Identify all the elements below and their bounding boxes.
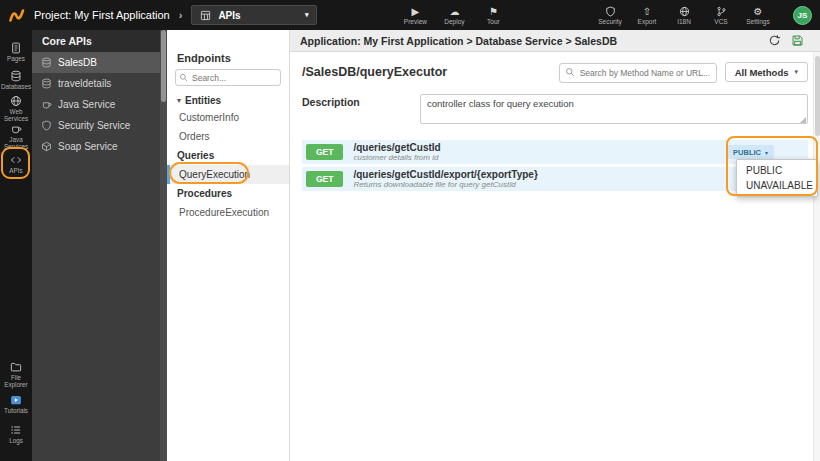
- page-title: /SalesDB/queryExecutor: [302, 65, 447, 79]
- entities-section-header[interactable]: ▾ Entities: [167, 92, 289, 108]
- play-icon: ▶: [412, 6, 420, 17]
- endpoint-item-customerinfo[interactable]: CustomerInfo: [167, 108, 289, 127]
- breadcrumb-bar: Application: My First Application > Data…: [290, 30, 820, 52]
- module-selector-label: APIs: [218, 10, 240, 21]
- tour-button[interactable]: ⚑ Tour: [481, 6, 505, 25]
- caret-down-icon: ▾: [305, 11, 309, 19]
- method-badge: GET: [306, 144, 343, 160]
- cube-icon: [41, 141, 52, 152]
- service-item-traveldetails[interactable]: traveldetails: [32, 73, 160, 94]
- visibility-dropdown[interactable]: PUBLIC ▾: [727, 145, 774, 159]
- deploy-button[interactable]: ☁ Deploy: [442, 6, 466, 25]
- endpoint-search: [175, 69, 281, 86]
- export-arrow-icon: ⇧: [643, 6, 651, 17]
- endpoint-path: /queries/getCustId/export/{exportType}: [353, 169, 537, 180]
- export-button[interactable]: ⇧ Export: [635, 6, 659, 25]
- user-avatar[interactable]: JS: [793, 6, 812, 25]
- api-code-icon: [10, 154, 22, 166]
- cloud-upload-icon: ☁: [449, 6, 459, 17]
- endpoint-row-getcustid-export[interactable]: GET /queries/getCustId/export/{exportTyp…: [302, 167, 808, 191]
- services-panel-title: Core APIs: [32, 30, 160, 52]
- service-content: /SalesDB/queryExecutor All Methods ▾ Des…: [290, 52, 820, 461]
- gear-icon: ⚙: [754, 6, 763, 17]
- method-search: [559, 62, 717, 83]
- description-field-wrap: controller class for query execution: [420, 94, 808, 128]
- flag-icon: ⚑: [489, 6, 498, 17]
- method-badge: GET: [306, 171, 343, 187]
- endpoint-row-getcustid[interactable]: GET /queries/getCustId customer details …: [302, 140, 808, 164]
- shield-icon: [605, 6, 616, 17]
- procedures-section-header: Procedures: [167, 184, 289, 203]
- visibility-option-public[interactable]: PUBLIC: [737, 163, 817, 178]
- apis-grid-icon: [200, 10, 211, 21]
- endpoint-item-procedureexecution[interactable]: ProcedureExecution: [167, 203, 289, 222]
- visibility-option-unavailable[interactable]: UNAVAILABLE: [737, 178, 817, 193]
- search-icon: [565, 67, 575, 77]
- icon-rail: Pages Databases Web Services Java Servic…: [0, 30, 32, 461]
- database-icon: [10, 70, 22, 82]
- endpoint-item-orders[interactable]: Orders: [167, 127, 289, 146]
- main-scrollbar: [813, 52, 820, 461]
- folder-icon: [10, 361, 22, 373]
- sidebar-item-pages[interactable]: Pages: [0, 38, 32, 66]
- save-button[interactable]: [791, 34, 804, 47]
- service-item-soap-service[interactable]: Soap Service: [32, 136, 160, 157]
- search-icon: [179, 73, 188, 82]
- sidebar-item-tutorials[interactable]: Tutorials: [0, 389, 32, 419]
- main-panel: Application: My First Application > Data…: [290, 30, 820, 461]
- sidebar-item-web-services[interactable]: Web Services: [0, 94, 32, 122]
- tutorials-play-icon: [10, 394, 22, 406]
- sidebar-item-java-services[interactable]: Java Services: [0, 122, 32, 150]
- globe-icon: [679, 6, 690, 17]
- service-item-java-service[interactable]: Java Service: [32, 94, 160, 115]
- sidebar-item-databases[interactable]: Databases: [0, 66, 32, 94]
- scrollbar-thumb[interactable]: [815, 56, 820, 136]
- resize-handle[interactable]: [800, 117, 806, 123]
- i18n-button[interactable]: I18N: [672, 6, 696, 25]
- coffee-icon: [41, 99, 52, 110]
- caret-down-icon: ▾: [177, 96, 181, 105]
- breadcrumb: Application: My First Application > Data…: [300, 35, 617, 47]
- security-button[interactable]: Security: [598, 6, 622, 25]
- refresh-button[interactable]: [768, 34, 781, 47]
- services-panel: Core APIs SalesDB traveldetails Java Ser…: [32, 30, 160, 461]
- scrollbar-thumb[interactable]: [161, 30, 166, 102]
- endpoints-title: Endpoints: [167, 52, 289, 66]
- visibility-menu: PUBLIC UNAVAILABLE: [736, 159, 818, 197]
- database-icon: [41, 78, 52, 89]
- app-window: Project: My First Application › APIs ▾ ▶…: [0, 0, 820, 461]
- service-item-salesdb[interactable]: SalesDB: [32, 52, 160, 73]
- caret-down-icon: ▾: [765, 149, 768, 156]
- globe-icon: [10, 95, 22, 107]
- coffee-icon: [10, 123, 22, 135]
- service-item-security-service[interactable]: Security Service: [32, 115, 160, 136]
- method-search-input[interactable]: [559, 63, 717, 83]
- panel-scrollbar: [160, 30, 167, 461]
- pages-icon: [10, 42, 22, 54]
- endpoint-search-input[interactable]: [175, 69, 281, 86]
- preview-button[interactable]: ▶ Preview: [403, 6, 427, 25]
- refresh-icon: [768, 34, 781, 47]
- save-icon: [791, 34, 804, 47]
- sidebar-item-logs[interactable]: Logs: [0, 419, 32, 449]
- sidebar-item-apis[interactable]: APIs: [0, 150, 32, 178]
- app-logo-icon: [8, 5, 28, 25]
- branch-icon: [716, 6, 727, 17]
- queries-section-header: Queries: [167, 146, 289, 165]
- endpoint-item-queryexecution[interactable]: QueryExecution: [167, 165, 289, 184]
- chevron-right-icon: ›: [179, 9, 183, 21]
- caret-down-icon: ▾: [794, 68, 798, 76]
- endpoints-panel: Endpoints ▾ Entities CustomerInfo Orders…: [167, 30, 290, 461]
- vcs-button[interactable]: VCS: [709, 6, 733, 25]
- database-icon: [41, 57, 52, 68]
- module-selector-dropdown[interactable]: APIs ▾: [191, 5, 317, 25]
- settings-button[interactable]: ⚙ Settings: [746, 6, 770, 25]
- sidebar-item-file-explorer[interactable]: File Explorer: [0, 359, 32, 389]
- endpoint-subtitle: Returns downloadable file for query getC…: [353, 181, 537, 190]
- description-label: Description: [302, 94, 420, 108]
- all-methods-dropdown[interactable]: All Methods ▾: [725, 62, 808, 82]
- endpoint-path: /queries/getCustId: [353, 142, 440, 153]
- description-textarea[interactable]: controller class for query execution: [420, 94, 808, 124]
- topbar: Project: My First Application › APIs ▾ ▶…: [0, 0, 820, 30]
- endpoint-subtitle: customer details from id: [353, 154, 440, 163]
